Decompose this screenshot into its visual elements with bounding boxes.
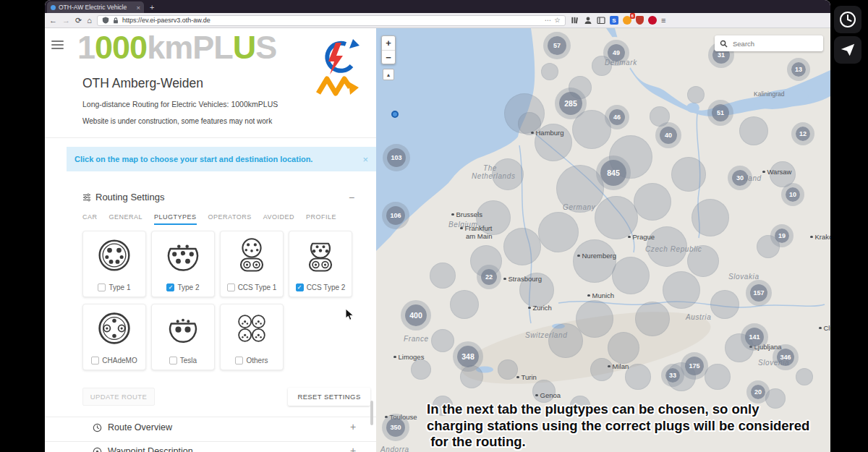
plug-checkbox-others[interactable] — [235, 357, 243, 364]
plug-card-tesla[interactable]: Tesla — [151, 304, 215, 370]
plug-checkbox-ccs2[interactable]: ✓ — [296, 283, 304, 291]
tab-plugtypes[interactable]: PLUGTYPES — [154, 213, 197, 225]
forward-button[interactable]: → — [62, 17, 70, 25]
cluster-blob[interactable] — [671, 157, 706, 192]
cluster-blob[interactable] — [573, 239, 616, 283]
cluster-marker[interactable]: 49 — [608, 44, 625, 61]
stylus-extension-icon[interactable]: S — [610, 16, 618, 25]
cluster-blob[interactable] — [625, 364, 651, 390]
browser-tab[interactable]: OTH-AW Electric Vehicle × — [47, 1, 144, 13]
menu-button[interactable]: ≡ — [661, 17, 665, 25]
cluster-blob[interactable] — [576, 300, 613, 338]
cluster-blob[interactable] — [411, 359, 431, 380]
cluster-blob[interactable] — [612, 257, 650, 294]
reset-settings-button[interactable]: RESET SETTINGS — [288, 388, 370, 406]
sidebar-scrollbar[interactable] — [370, 401, 373, 425]
cluster-marker[interactable]: 13 — [791, 62, 806, 77]
cluster-blob[interactable] — [450, 290, 479, 319]
cluster-marker[interactable]: 19 — [775, 229, 789, 243]
cluster-marker[interactable]: 40 — [660, 127, 677, 144]
cluster-blob[interactable] — [538, 212, 579, 252]
cluster-blob[interactable] — [503, 228, 541, 265]
cluster-blob[interactable] — [431, 329, 454, 352]
cluster-blob[interactable] — [430, 263, 456, 289]
cluster-marker[interactable]: 141 — [745, 328, 764, 346]
cluster-marker[interactable]: 350 — [386, 418, 405, 437]
new-tab-button[interactable]: + — [150, 3, 154, 12]
bookmark-star-button[interactable]: ☆ — [554, 17, 561, 24]
cluster-blob[interactable] — [541, 63, 558, 80]
cluster-marker[interactable]: 346 — [777, 349, 794, 366]
tab-general[interactable]: GENERAL — [109, 213, 143, 225]
route-overview-section[interactable]: Route Overview — [93, 422, 172, 432]
tab-close-button[interactable]: × — [136, 4, 140, 12]
menu-hamburger-icon[interactable] — [51, 40, 64, 51]
cluster-blob[interactable] — [498, 359, 518, 380]
plug-card-type1[interactable]: Type 1 — [82, 231, 146, 297]
account-icon[interactable] — [584, 16, 592, 25]
station-marker[interactable] — [391, 111, 399, 118]
tab-operators[interactable]: OPERATORS — [208, 213, 252, 225]
cluster-blob[interactable] — [634, 183, 671, 221]
cluster-marker[interactable]: 845 — [600, 160, 626, 186]
tab-car[interactable]: CAR — [82, 213, 98, 225]
plug-checkbox-chademo[interactable] — [91, 357, 99, 364]
url-text[interactable]: https://ev.ei-paesrv3.oth-aw.de — [122, 17, 210, 24]
ublock-icon[interactable] — [636, 16, 644, 25]
cluster-marker[interactable]: 157 — [750, 284, 767, 302]
cluster-blob[interactable] — [739, 116, 768, 145]
plug-card-ccs2[interactable]: ✓CCS Type 2 — [289, 231, 352, 297]
zoom-home-button[interactable]: ▴ — [383, 69, 394, 80]
cluster-blob[interactable] — [572, 110, 611, 149]
plug-checkbox-tesla[interactable] — [169, 357, 177, 364]
cluster-blob[interactable] — [692, 199, 729, 236]
plug-checkbox-type2[interactable]: ✓ — [166, 283, 174, 291]
banner-close-button[interactable]: × — [362, 154, 368, 165]
routing-settings-header[interactable]: Routing Settings — [82, 192, 164, 202]
cluster-blob[interactable] — [608, 332, 639, 364]
plug-card-others[interactable]: Others — [220, 304, 284, 370]
plug-card-chademo[interactable]: CHAdeMO — [82, 304, 146, 370]
cluster-marker[interactable]: 103 — [387, 148, 406, 167]
cluster-marker[interactable]: 106 — [386, 206, 405, 225]
clock-widget[interactable] — [834, 6, 861, 33]
cluster-blob[interactable] — [796, 368, 813, 385]
plug-card-type2[interactable]: ✓Type 2 — [151, 231, 215, 297]
cluster-marker[interactable]: 51 — [712, 104, 729, 121]
cluster-blob[interactable] — [710, 290, 739, 319]
home-button[interactable]: ⌂ — [87, 17, 92, 25]
url-bar[interactable]: https://ev.ei-paesrv3.oth-aw.de ⋯ ☆ — [97, 15, 566, 26]
extension-icon[interactable]: 6 — [623, 16, 631, 25]
cluster-marker[interactable]: 10 — [786, 187, 800, 202]
adblock-icon[interactable] — [648, 16, 657, 25]
cluster-blob[interactable] — [687, 86, 705, 103]
page-actions-button[interactable]: ⋯ — [545, 17, 552, 24]
cluster-blob[interactable] — [650, 106, 670, 127]
sidebar-toggle-icon[interactable] — [597, 16, 605, 25]
reload-button[interactable]: ⟳ — [75, 17, 82, 25]
send-widget[interactable] — [834, 36, 861, 64]
cluster-marker[interactable]: 46 — [609, 109, 625, 125]
cluster-marker[interactable]: 33 — [665, 368, 680, 383]
cluster-marker[interactable]: 20 — [751, 385, 765, 399]
cluster-blob[interactable] — [635, 302, 670, 336]
cluster-marker[interactable]: 400 — [405, 304, 427, 326]
map-canvas[interactable]: 5749311328551464012103845301010619157224… — [376, 28, 830, 452]
cluster-blob[interactable] — [548, 323, 583, 358]
cluster-marker[interactable]: 12 — [796, 127, 810, 141]
cluster-marker[interactable]: 22 — [481, 269, 497, 285]
cluster-marker[interactable]: 175 — [685, 357, 704, 375]
zoom-out-button[interactable]: − — [382, 50, 395, 64]
tracking-shield-icon[interactable] — [102, 16, 109, 25]
expand-waypoint-description-button[interactable]: + — [350, 445, 356, 452]
plug-checkbox-type1[interactable] — [98, 283, 106, 291]
zoom-in-button[interactable]: + — [382, 36, 395, 50]
waypoint-description-section[interactable]: Waypoint Description — [93, 446, 193, 452]
plug-card-ccs1[interactable]: CCS Type 1 — [220, 231, 284, 297]
collapse-settings-button[interactable]: − — [349, 192, 354, 203]
map-search[interactable] — [715, 35, 823, 51]
tab-avoided[interactable]: AVOIDED — [263, 213, 294, 225]
cluster-marker[interactable]: 30 — [732, 170, 748, 186]
cluster-blob[interactable] — [663, 271, 700, 309]
cluster-marker[interactable]: 285 — [559, 92, 582, 115]
